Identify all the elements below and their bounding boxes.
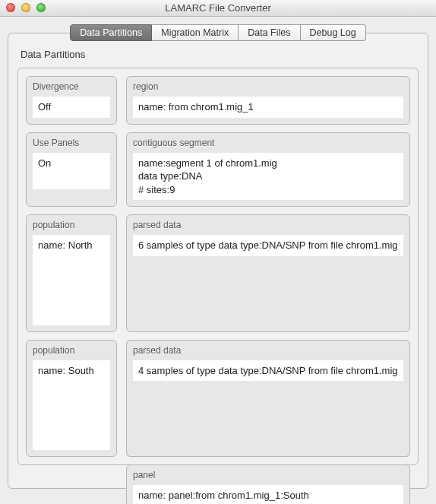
parsed-data-field[interactable]: 4 samples of type data type:DNA/SNP from… <box>133 360 403 382</box>
partitions-box: Divergence Off region name: from chrom1.… <box>17 68 419 465</box>
panel-field[interactable]: name: panel:from chrom1.mig_1:South memb… <box>133 485 403 504</box>
tab-label: Data Partitions <box>80 27 142 38</box>
use-panels-field[interactable]: On <box>33 153 110 189</box>
tab-data-partitions[interactable]: Data Partitions <box>70 24 152 41</box>
parsed-data-group-north: parsed data 6 samples of type data type:… <box>126 214 410 332</box>
panel-group-south: panel name: panel:from chrom1.mig_1:Sout… <box>126 464 410 504</box>
region-label: region <box>133 81 403 92</box>
close-icon[interactable] <box>6 3 15 12</box>
parsed-data-label: parsed data <box>133 345 403 356</box>
parsed-data-group-south: parsed data 4 samples of type data type:… <box>126 340 410 458</box>
window-controls <box>6 3 46 12</box>
tab-data-files[interactable]: Data Files <box>239 24 300 41</box>
population-label: population <box>33 220 110 230</box>
window-title: LAMARC File Converter <box>165 2 270 14</box>
tab-pane: Data Partitions Divergence Off region na… <box>8 33 428 489</box>
tab-debug-log[interactable]: Debug Log <box>301 24 366 41</box>
content-area: Data Partitions Migration Matrix Data Fi… <box>0 17 436 496</box>
use-panels-label: Use Panels <box>33 138 110 148</box>
population-field[interactable]: name: North <box>33 235 110 325</box>
pane-title: Data Partitions <box>21 49 419 60</box>
region-group: region name: from chrom1.mig_1 <box>126 76 410 125</box>
parsed-data-field[interactable]: 6 samples of type data type:DNA/SNP from… <box>133 235 403 256</box>
tab-label: Data Files <box>248 27 290 38</box>
tab-label: Debug Log <box>310 27 356 38</box>
panel-label: panel <box>133 470 403 480</box>
population-group-north: population name: North <box>26 214 117 332</box>
divergence-field[interactable]: Off <box>33 97 110 118</box>
minimize-icon[interactable] <box>21 3 30 12</box>
use-panels-group: Use Panels On <box>26 132 117 208</box>
titlebar: LAMARC File Converter <box>0 0 436 17</box>
segment-group: contiguous segment name:segment 1 of chr… <box>126 132 410 208</box>
tab-bar: Data Partitions Migration Matrix Data Fi… <box>8 24 428 41</box>
zoom-icon[interactable] <box>36 3 46 12</box>
segment-field[interactable]: name:segment 1 of chrom1.mig data type:D… <box>133 153 403 201</box>
segment-label: contiguous segment <box>133 138 403 148</box>
divergence-label: Divergence <box>33 81 110 92</box>
divergence-group: Divergence Off <box>26 76 117 125</box>
region-field[interactable]: name: from chrom1.mig_1 <box>133 97 403 118</box>
tab-label: Migration Matrix <box>161 27 229 38</box>
parsed-data-label: parsed data <box>133 220 403 230</box>
tab-migration-matrix[interactable]: Migration Matrix <box>152 24 239 41</box>
population-field[interactable]: name: South <box>33 360 110 451</box>
population-label: population <box>33 345 110 356</box>
population-group-south: population name: South <box>26 340 117 458</box>
